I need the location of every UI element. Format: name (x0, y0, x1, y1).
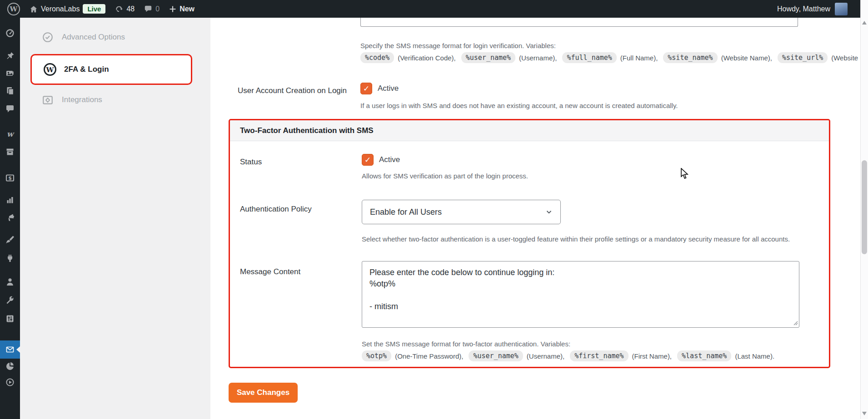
bar-chart-icon[interactable] (5, 195, 15, 204)
wordpress-logo-icon: W (43, 63, 57, 76)
scrollbar-up-arrow[interactable] (862, 21, 867, 25)
archive-box-icon[interactable] (5, 147, 15, 156)
authentication-policy-label: Authentication Policy (240, 205, 312, 214)
megaphone-icon[interactable] (5, 213, 15, 222)
twofa-section: Two-Factor Authentication with SMS Statu… (229, 119, 830, 368)
save-changes-button[interactable]: Save Changes (229, 383, 298, 403)
submenu-item-label: 2FA & Login (64, 65, 109, 74)
user-account-creation-label: User Account Creation on Login (238, 86, 347, 95)
update-count: 48 (126, 5, 135, 13)
new-content-button[interactable]: New (166, 0, 197, 18)
variable-desc: (Last Name). (735, 352, 774, 360)
variable-badge: %user_name% (461, 52, 515, 63)
pages-icon[interactable] (5, 86, 15, 95)
svg-text:w: w (7, 129, 15, 138)
variable-badge: %first_name% (570, 350, 628, 361)
svg-text:W: W (46, 66, 55, 74)
message-variables-row: %otp% (One-Time Password), %user_name% (… (362, 350, 776, 361)
twofa-section-header: Two-Factor Authentication with SMS (230, 120, 829, 141)
submenu-item-advanced-options[interactable]: Advanced Options (42, 31, 125, 43)
updates-icon (115, 5, 123, 13)
avatar[interactable] (835, 3, 848, 15)
new-label: New (180, 5, 195, 13)
box-gear-icon (42, 94, 54, 106)
wrench-icon[interactable] (5, 296, 15, 305)
message-content-help: Set the SMS message format for two-facto… (362, 340, 570, 348)
authentication-policy-help: Select whether two-factor authentication… (362, 235, 790, 243)
sliders-icon[interactable] (5, 314, 15, 323)
plus-icon (169, 5, 176, 13)
variable-badge: %site_url% (778, 52, 828, 63)
checkbox-label: Active (379, 155, 400, 164)
play-icon[interactable] (5, 378, 15, 387)
variable-badge: %user_name% (469, 350, 523, 361)
dollar-card-icon[interactable]: $ (5, 173, 15, 182)
status-control: ✓ Active (362, 154, 400, 166)
message-content-textarea[interactable]: Please enter the code below to continue … (362, 261, 799, 328)
comment-count: 0 (155, 5, 160, 13)
howdy-account-link[interactable]: Howdy, Matthew (777, 5, 830, 13)
site-name: VeronaLabs (41, 5, 80, 13)
checkbox-label: Active (378, 84, 399, 93)
plug-icon[interactable] (5, 254, 15, 263)
updates-link[interactable]: 48 (112, 0, 137, 18)
user-account-creation-help: If a user logs in with SMS and does not … (360, 102, 678, 109)
status-help: Allows for SMS verification as part of t… (362, 172, 528, 180)
admin-bar: W VeronaLabs Live 48 0 New Howdy, Matthe… (0, 0, 860, 18)
status-label: Status (240, 158, 262, 167)
sms-menu-item-active[interactable] (0, 340, 20, 359)
active-menu-notch (16, 346, 20, 353)
message-content-label: Message Content (240, 267, 300, 276)
user-account-creation-checkbox[interactable]: ✓ (360, 83, 372, 94)
resize-handle[interactable] (793, 320, 798, 325)
w-logo-icon[interactable]: w (5, 129, 15, 138)
variable-desc: (Verification Code), (398, 54, 456, 62)
variable-badge: %last_name% (677, 350, 731, 361)
variable-desc: (First Name), (632, 352, 672, 360)
wordpress-logo-icon: W (7, 3, 20, 15)
login-variables-row: %code% (Verification Code), %user_name% … (360, 52, 868, 63)
scrollbar-down-arrow[interactable] (862, 412, 867, 415)
variable-badge: %code% (360, 52, 394, 63)
pushpin-posts-icon[interactable] (5, 51, 15, 60)
variable-desc: (One-Time Password), (395, 352, 463, 360)
comments-link[interactable]: 0 (141, 0, 162, 18)
page-scrollbar[interactable] (860, 0, 868, 419)
admin-menu-rail: w $ (0, 18, 20, 419)
mail-icon (5, 345, 15, 354)
home-icon (30, 5, 38, 13)
site-name-link[interactable]: VeronaLabs Live (27, 0, 108, 18)
status-checkbox[interactable]: ✓ (362, 154, 374, 166)
variable-desc: (Website Name), (721, 54, 772, 62)
variable-badge: %otp% (362, 350, 391, 361)
scrollbar-thumb[interactable] (862, 160, 867, 254)
chevron-down-icon (545, 208, 553, 216)
dashboard-gauge-icon[interactable] (5, 29, 15, 38)
variable-desc: (Full Name), (620, 54, 658, 62)
login-format-help: Specify the SMS message format for login… (360, 42, 556, 49)
variable-badge: %full_name% (562, 52, 616, 63)
variable-desc: (Username), (519, 54, 557, 62)
submenu-item-2fa-login[interactable]: W 2FA & Login (30, 54, 192, 85)
paintbrush-icon[interactable] (5, 235, 15, 244)
variable-badge: %site_name% (663, 52, 717, 63)
login-message-textarea[interactable] (360, 18, 798, 27)
authentication-policy-select[interactable]: Enable for All Users (362, 200, 561, 224)
submenu-item-label: Integrations (62, 95, 102, 104)
variable-desc: (Username), (527, 352, 564, 360)
submenu-item-label: Advanced Options (62, 33, 125, 42)
pie-chart-icon[interactable] (5, 361, 15, 370)
wordpress-menu-button[interactable]: W (5, 0, 23, 18)
comments-icon[interactable] (5, 104, 15, 113)
comment-icon (144, 5, 152, 13)
user-account-creation-control: ✓ Active (360, 83, 399, 94)
user-icon[interactable] (5, 277, 15, 286)
live-badge: Live (83, 4, 105, 14)
badge-check-icon (42, 31, 54, 43)
selected-policy-value: Enable for All Users (370, 207, 442, 217)
media-icon[interactable] (5, 69, 15, 78)
submenu-item-integrations[interactable]: Integrations (42, 94, 102, 106)
plugin-submenu-panel: Advanced Options W 2FA & Login Integrati… (20, 18, 210, 419)
svg-text:$: $ (8, 175, 12, 181)
